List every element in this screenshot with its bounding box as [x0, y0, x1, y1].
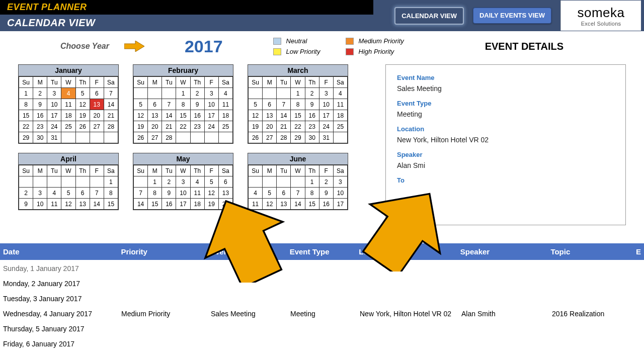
calendar-day[interactable]: 16 [33, 110, 47, 121]
calendar-day[interactable]: 21 [104, 110, 118, 121]
calendar-day[interactable]: 4 [47, 188, 61, 199]
calendar-day[interactable]: 6 [218, 176, 232, 188]
list-item[interactable]: Sunday, 1 January 2017 [0, 261, 644, 276]
calendar-day[interactable]: 3 [47, 88, 61, 99]
calendar-day[interactable]: 14 [162, 110, 176, 121]
calendar-day[interactable]: 10 [204, 99, 218, 110]
calendar-day[interactable]: 27 [148, 132, 162, 143]
calendar-day[interactable]: 14 [277, 110, 291, 121]
calendar-day[interactable]: 24 [204, 121, 218, 132]
calendar-day[interactable]: 1 [305, 176, 319, 188]
calendar-day[interactable]: 15 [305, 199, 319, 210]
calendar-day[interactable]: 19 [134, 121, 148, 132]
calendar-day[interactable]: 9 [33, 99, 47, 110]
list-item[interactable]: Monday, 2 January 2017 [0, 276, 644, 291]
calendar-day[interactable]: 11 [218, 99, 232, 110]
calendar-day[interactable]: 5 [61, 188, 75, 199]
calendar-day[interactable]: 9 [305, 99, 319, 110]
calendar-day[interactable]: 7 [162, 99, 176, 110]
calendar-day[interactable]: 11 [333, 99, 347, 110]
calendar-day[interactable]: 3 [176, 176, 190, 188]
calendar-day[interactable]: 8 [19, 99, 33, 110]
calendar-day[interactable]: 12 [134, 110, 148, 121]
calendar-day[interactable]: 15 [176, 110, 190, 121]
calendar-day[interactable]: 19 [249, 121, 263, 132]
calendar-day[interactable]: 29 [291, 132, 305, 143]
calendar-day[interactable]: 9 [319, 188, 333, 199]
calendar-day[interactable]: 17 [333, 199, 347, 210]
calendar-day[interactable]: 9 [19, 199, 33, 210]
calendar-day[interactable]: 10 [319, 99, 333, 110]
calendar-day[interactable]: 28 [277, 132, 291, 143]
calendar-day[interactable]: 15 [104, 199, 118, 210]
calendar-day[interactable]: 25 [61, 121, 75, 132]
list-item[interactable]: Wednesday, 4 January 2017Medium Priority… [0, 306, 644, 321]
calendar-day[interactable]: 2 [319, 176, 333, 188]
calendar-day[interactable]: 14 [90, 199, 104, 210]
calendar-day[interactable]: 18 [333, 110, 347, 121]
calendar-day[interactable]: 3 [333, 176, 347, 188]
calendar-day[interactable]: 12 [75, 99, 90, 110]
calendar-day[interactable]: 5 [249, 99, 263, 110]
calendar-day[interactable]: 3 [319, 88, 333, 99]
calendar-day[interactable]: 25 [218, 121, 232, 132]
calendar-day[interactable]: 22 [19, 121, 33, 132]
calendar-day[interactable]: 12 [61, 199, 75, 210]
calendar-day[interactable]: 2 [19, 188, 33, 199]
calendar-day[interactable]: 5 [75, 88, 90, 99]
calendar-day[interactable]: 4 [61, 88, 75, 99]
calendar-day[interactable]: 13 [148, 110, 162, 121]
calendar-day[interactable]: 7 [90, 188, 104, 199]
calendar-day[interactable]: 16 [162, 199, 176, 210]
calendar-day[interactable]: 26 [75, 121, 90, 132]
calendar-day[interactable]: 4 [218, 88, 232, 99]
calendar-day[interactable]: 8 [176, 99, 190, 110]
calendar-day[interactable]: 10 [176, 188, 190, 199]
calendar-day[interactable]: 24 [319, 121, 333, 132]
calendar-day[interactable]: 20 [263, 121, 277, 132]
calendar-day[interactable]: 7 [134, 188, 148, 199]
calendar-day[interactable]: 9 [190, 99, 204, 110]
calendar-day[interactable]: 7 [277, 99, 291, 110]
calendar-day[interactable]: 6 [148, 99, 162, 110]
list-item[interactable]: Friday, 6 January 2017 [0, 336, 644, 351]
calendar-day[interactable]: 15 [148, 199, 162, 210]
calendar-day[interactable]: 18 [61, 110, 75, 121]
calendar-day[interactable]: 23 [305, 121, 319, 132]
calendar-day[interactable]: 7 [291, 188, 305, 199]
calendar-day[interactable]: 31 [47, 132, 61, 143]
calendar-day[interactable]: 23 [190, 121, 204, 132]
calendar-day[interactable]: 2 [305, 88, 319, 99]
calendar-day[interactable]: 24 [47, 121, 61, 132]
calendar-day[interactable]: 13 [75, 199, 90, 210]
calendar-day[interactable]: 30 [33, 132, 47, 143]
calendar-day[interactable]: 2 [33, 88, 47, 99]
calendar-day[interactable]: 18 [218, 110, 232, 121]
calendar-day[interactable]: 20 [90, 110, 104, 121]
calendar-day[interactable]: 26 [249, 132, 263, 143]
calendar-day[interactable]: 6 [263, 99, 277, 110]
calendar-day[interactable]: 8 [104, 188, 118, 199]
calendar-day[interactable]: 27 [263, 132, 277, 143]
year-value[interactable]: 2017 [185, 37, 223, 56]
calendar-day[interactable]: 7 [104, 88, 118, 99]
calendar-day[interactable]: 25 [333, 121, 347, 132]
calendar-day[interactable]: 16 [190, 110, 204, 121]
calendar-day[interactable]: 8 [291, 99, 305, 110]
calendar-day[interactable]: 4 [190, 176, 204, 188]
calendar-day[interactable]: 30 [305, 132, 319, 143]
calendar-day[interactable]: 16 [319, 199, 333, 210]
calendar-day[interactable]: 9 [162, 188, 176, 199]
calendar-day[interactable]: 4 [333, 88, 347, 99]
calendar-day[interactable]: 5 [204, 176, 218, 188]
calendar-day[interactable]: 31 [319, 132, 333, 143]
calendar-day[interactable]: 28 [162, 132, 176, 143]
calendar-day[interactable]: 19 [75, 110, 90, 121]
calendar-day[interactable]: 23 [33, 121, 47, 132]
calendar-day[interactable]: 22 [176, 121, 190, 132]
calendar-day[interactable]: 22 [291, 121, 305, 132]
calendar-day[interactable]: 15 [19, 110, 33, 121]
calendar-view-button[interactable]: CALENDAR VIEW [394, 7, 464, 25]
daily-events-button[interactable]: DAILY EVENTS VIEW [473, 8, 551, 24]
calendar-day[interactable]: 17 [176, 199, 190, 210]
